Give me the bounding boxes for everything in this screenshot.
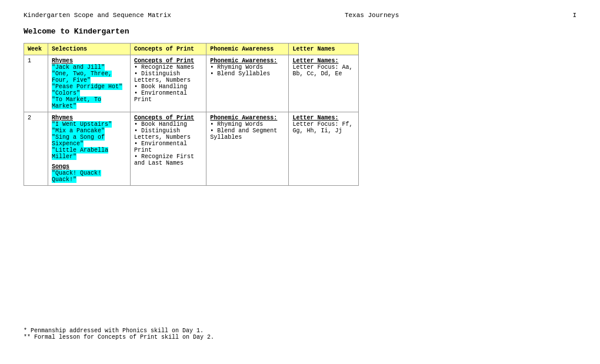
- phonemic-item: • Rhyming Words: [210, 121, 285, 128]
- page-header: Kindergarten Scope and Sequence Matrix T…: [24, 12, 576, 19]
- table-row: 1Rhymes"Jack and Jill""One, Two, Three, …: [24, 55, 359, 112]
- phonemic-heading: Phonemic Awareness:: [210, 58, 277, 64]
- concepts-heading: Concepts of Print: [134, 58, 194, 64]
- phonemic-cell-1: Phonemic Awareness:• Rhyming Words• Blen…: [206, 55, 289, 112]
- selection-item: "Jack and Jill": [52, 64, 105, 71]
- concept-item: • Book Handling: [134, 121, 202, 128]
- concept-item: • Recognize Names: [134, 64, 202, 71]
- header-left: Kindergarten Scope and Sequence Matrix: [24, 12, 171, 19]
- col-header-letter: Letter Names: [289, 44, 359, 55]
- col-header-phonemic: Phonemic Awareness: [206, 44, 289, 55]
- phonemic-item: • Blend Syllables: [210, 71, 285, 77]
- concept-item: • Distinguish Letters, Numbers: [134, 71, 202, 84]
- letter-cell-2: Letter Names:Letter Focus: Ff, Gg, Hh, I…: [289, 112, 359, 186]
- concept-item: • Environmental Print: [134, 90, 202, 103]
- concepts-cell-1: Concepts of Print• Recognize Names• Dist…: [131, 55, 206, 112]
- phonemic-item: • Blend and Segment Syllables: [210, 128, 285, 141]
- letter-heading: Letter Names:: [292, 115, 338, 121]
- selection-item: "One, Two, Three, Four, Five": [52, 71, 112, 84]
- page-title: Welcome to Kindergarten: [24, 27, 576, 36]
- concepts-cell-2: Concepts of Print• Book Handling• Distin…: [131, 112, 206, 186]
- concept-item: • Environmental Print: [134, 141, 202, 153]
- letter-heading: Letter Names:: [292, 58, 338, 64]
- song-item: "Quack! Quack! Quack!": [52, 170, 101, 183]
- concept-item: • Recognize First and Last Names: [134, 153, 202, 166]
- selection-item: "To Market, To Market": [52, 96, 101, 109]
- selections-cell-1: Rhymes"Jack and Jill""One, Two, Three, F…: [48, 55, 130, 112]
- letter-content: Letter Focus: Aa, Bb, Cc, Dd, Ee: [292, 64, 352, 77]
- concepts-heading: Concepts of Print: [134, 115, 194, 121]
- rhymes-label: Rhymes: [52, 58, 73, 64]
- week-cell-1: 1: [24, 55, 48, 112]
- rhymes-label: Rhymes: [52, 115, 73, 121]
- letter-content: Letter Focus: Ff, Gg, Hh, Ii, Jj: [292, 121, 352, 134]
- selection-item: "Sing a Song of Sixpence": [52, 134, 105, 147]
- col-header-concepts: Concepts of Print: [131, 44, 206, 55]
- header-right: I: [572, 12, 576, 19]
- phonemic-cell-2: Phonemic Awareness:• Rhyming Words• Blen…: [206, 112, 289, 186]
- header-center: Texas Journeys: [345, 12, 399, 19]
- selection-item: "I Went Upstairs": [52, 121, 112, 128]
- table-row: 2Rhymes"I Went Upstairs""Mix a Pancake""…: [24, 112, 359, 186]
- scope-sequence-table: Week Selections Concepts of Print Phonem…: [24, 43, 359, 186]
- selection-item: "Colors": [52, 90, 80, 96]
- songs-label: Songs: [52, 163, 126, 170]
- selection-item: "Little Arabella Miller": [52, 147, 108, 160]
- selection-item: "Pease Porridge Hot": [52, 84, 122, 90]
- letter-cell-1: Letter Names:Letter Focus: Aa, Bb, Cc, D…: [289, 55, 359, 112]
- concept-item: • Distinguish Letters, Numbers: [134, 128, 202, 141]
- selection-item: "Mix a Pancake": [52, 128, 105, 134]
- selections-cell-2: Rhymes"I Went Upstairs""Mix a Pancake""S…: [48, 112, 130, 186]
- phonemic-item: • Rhyming Words: [210, 64, 285, 71]
- week-cell-2: 2: [24, 112, 48, 186]
- col-header-week: Week: [24, 44, 48, 55]
- phonemic-heading: Phonemic Awareness:: [210, 115, 277, 121]
- col-header-selections: Selections: [48, 44, 130, 55]
- concept-item: • Book Handling: [134, 84, 202, 90]
